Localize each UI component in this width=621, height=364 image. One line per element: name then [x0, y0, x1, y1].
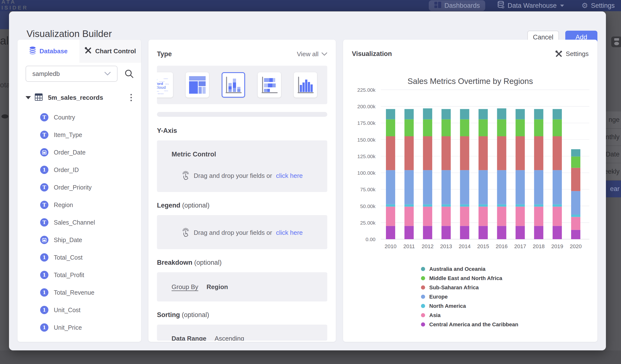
chart-config-panel: Type View all messmotionkeywordWordratin… — [148, 40, 336, 342]
nav-item-settings[interactable]: ⚙ Settings — [576, 0, 620, 11]
visualization-panel: Visualization Settings Sales Metrics Ove… — [343, 40, 597, 342]
field-item-unit_cost[interactable]: 1Unit_Cost — [17, 301, 141, 319]
view-all-dropdown[interactable]: View all — [297, 50, 327, 58]
chart-type-word-cloud[interactable]: messmotionkeywordWordratingCloud(data)me… — [157, 72, 173, 98]
svg-text:mess: mess — [157, 79, 157, 80]
click-here-link[interactable]: click here — [276, 229, 303, 237]
kebab-menu-icon[interactable] — [128, 93, 134, 102]
text-field-icon: T — [40, 218, 49, 226]
legend-dot — [421, 313, 425, 317]
field-item-order_date[interactable]: Order_Date — [17, 144, 141, 161]
legend-dot — [421, 285, 425, 290]
legend-item[interactable]: North America — [421, 302, 518, 310]
background-bullet — [1, 114, 8, 119]
svg-text:2010: 2010 — [385, 243, 397, 249]
field-item-ship_date[interactable]: Ship_Date — [17, 231, 141, 249]
top-navbar: ATA ISIDER Dashboards Data Warehouse ⚙ S… — [0, 0, 621, 11]
svg-text:0.00: 0.00 — [365, 237, 376, 242]
legend-dot — [421, 322, 425, 327]
field-item-total_revenue[interactable]: 1Total_Revenue — [17, 284, 141, 301]
field-item-total_cost[interactable]: 1Total_Cost — [17, 249, 141, 266]
tab-database[interactable]: Database — [17, 40, 79, 63]
horizontal-scrollbar[interactable] — [157, 112, 327, 117]
legend-item[interactable]: Asia — [421, 312, 518, 319]
sorting-direction: Ascending — [215, 335, 244, 341]
sorting-heading: Sorting (optional) — [157, 311, 327, 319]
breakdown-heading: Breakdown (optional) — [157, 259, 327, 266]
svg-text:2013: 2013 — [440, 243, 452, 249]
group-by-label[interactable]: Group By — [172, 283, 198, 291]
legend-item[interactable]: Australia and Oceania — [421, 265, 518, 273]
svg-text:125.00k: 125.00k — [357, 154, 376, 159]
chart-type-column[interactable] — [294, 72, 317, 98]
number-field-icon: 1 — [40, 306, 49, 314]
legend-heading: Legend (optional) — [157, 202, 327, 209]
legend-dot — [421, 295, 425, 299]
number-field-icon: 1 — [40, 166, 49, 174]
svg-text:2017: 2017 — [514, 243, 526, 249]
svg-text:150.00k: 150.00k — [357, 137, 376, 143]
legend-item[interactable]: Sub-Saharan Africa — [421, 284, 518, 291]
search-icon[interactable] — [124, 68, 134, 79]
legend-dot — [421, 267, 425, 271]
breakdown-card[interactable]: Group By Region — [157, 272, 327, 301]
database-select[interactable]: sampledb — [26, 66, 118, 82]
background-text-fragment: ale — [0, 34, 9, 47]
svg-text:motion: motion — [164, 78, 168, 79]
number-field-icon: 1 — [40, 288, 49, 297]
click-here-link[interactable]: click here — [276, 172, 303, 180]
field-list: TCountryTItem_TypeOrder_Date1Order_IDTOr… — [17, 108, 141, 336]
gear-icon: ⚙ — [582, 2, 588, 9]
stacked-bar-chart: 0.0025.00k50.00k75.00k100.00k125.00k150.… — [343, 83, 597, 253]
dashboards-icon — [434, 1, 441, 10]
date-field-icon — [40, 236, 49, 244]
field-item-total_profit[interactable]: 1Total_Profit — [17, 266, 141, 284]
svg-text:rating: rating — [165, 83, 169, 85]
metric-control-dropzone[interactable]: Metric Control Drag and drop your fields… — [157, 140, 327, 192]
text-field-icon: T — [40, 201, 49, 209]
chevron-down-icon — [104, 72, 111, 76]
table-tree-node[interactable]: 5m_sales_records — [26, 93, 134, 102]
field-item-sales_channel[interactable]: TSales_Channel — [17, 214, 141, 231]
table-name: 5m_sales_records — [48, 94, 124, 102]
modal-title: Visualization Builder — [27, 29, 112, 39]
chart-type-strip: messmotionkeywordWordratingCloud(data)me… — [157, 66, 327, 104]
legend-item[interactable]: Middle East and North Africa — [421, 275, 518, 282]
caret-down-icon[interactable] — [26, 96, 31, 99]
field-item-country[interactable]: TCountry — [17, 108, 141, 126]
sorting-card[interactable]: Data Range Ascending — [157, 325, 327, 341]
svg-text:Word: Word — [157, 82, 163, 86]
number-field-icon: 1 — [40, 323, 49, 332]
legend-item[interactable]: Europe — [421, 293, 518, 300]
save-icon — [611, 36, 621, 47]
legend-item[interactable]: Central America and the Caribbean — [421, 321, 518, 328]
field-item-order_id[interactable]: 1Order_ID — [17, 161, 141, 179]
tap-hand-icon — [182, 171, 190, 181]
tab-chart-control[interactable]: Chart Control — [79, 40, 141, 63]
svg-text:2018: 2018 — [533, 243, 545, 249]
chart-type-treemap[interactable] — [186, 72, 209, 98]
database-panel: Database Chart Control sampledb 5m_sales… — [17, 40, 141, 342]
y-axis-heading: Y-Axis — [157, 127, 327, 135]
tools-icon — [555, 50, 563, 58]
chart-type-stacked-bar[interactable] — [258, 72, 281, 98]
field-item-order_priority[interactable]: TOrder_Priority — [17, 179, 141, 196]
svg-text:2020: 2020 — [570, 243, 582, 249]
text-field-icon: T — [40, 131, 49, 139]
field-item-unit_price[interactable]: 1Unit_Price — [17, 319, 141, 336]
chart-settings-button[interactable]: Settings — [555, 50, 589, 58]
field-item-region[interactable]: TRegion — [17, 196, 141, 214]
table-icon — [35, 93, 43, 102]
svg-text:75.00k: 75.00k — [360, 187, 376, 192]
svg-text:175.00k: 175.00k — [357, 120, 376, 126]
nav-item-dashboards[interactable]: Dashboards — [429, 0, 485, 11]
legend-dropzone[interactable]: Drag and drop your fields or click here — [157, 215, 327, 249]
chart-type-stacked-column[interactable] — [222, 72, 245, 98]
nav-item-data-warehouse[interactable]: Data Warehouse — [492, 0, 569, 11]
svg-text:2016: 2016 — [496, 243, 508, 249]
text-field-icon: T — [40, 113, 49, 121]
tap-hand-icon — [182, 228, 190, 238]
field-item-item_type[interactable]: TItem_Type — [17, 126, 141, 144]
visualization-heading: Visualization — [352, 50, 392, 58]
app-logo: ATA — [1, 0, 16, 5]
